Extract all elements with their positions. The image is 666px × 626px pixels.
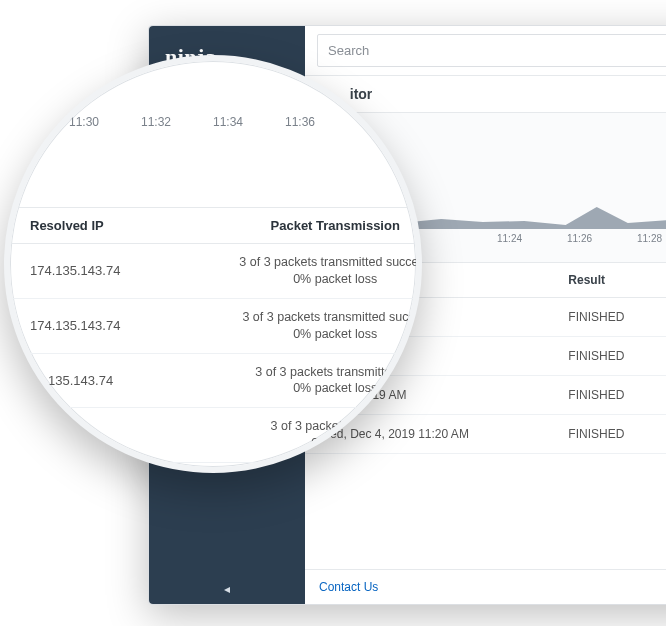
tick-label: 11:26 [567, 233, 637, 244]
search-row [305, 26, 666, 76]
sidebar-collapse-button[interactable]: ◂ [149, 582, 305, 596]
tick-label: 8 [4, 115, 48, 129]
page-title: Monitor [305, 76, 666, 113]
tick-label: 11:32 [120, 115, 192, 129]
cell-ip: 74.135.143.74 [4, 353, 188, 408]
tick-label: 11:36 [264, 115, 336, 129]
table-row[interactable]: Wed, Dec 4, 2019 11:20 AM FINISHED 174.1… [305, 415, 666, 454]
tick-label: 11:28 [637, 233, 666, 244]
table-header-row: Resolved IP Packet Transmission [4, 208, 422, 244]
footer: Contact Us [305, 569, 666, 604]
col-resolved-ip: Resolved IP [4, 208, 188, 244]
chevron-left-icon: ◂ [224, 582, 230, 596]
cell-ip: 43.74 [4, 408, 188, 463]
search-input[interactable] [317, 34, 666, 67]
table-row[interactable]: 74.135.143.74 3 of 3 packets transmitted… [4, 353, 422, 408]
col-packet-tx: Packet Transmission [188, 208, 422, 244]
magnifier-lens: 8 11:30 11:32 11:34 11:36 Resolved IP Pa… [4, 55, 422, 473]
tick-label: 11:24 [497, 233, 567, 244]
table-row[interactable]: 174.135.143.74 3 of 3 packets transmitte… [4, 244, 422, 299]
col-result: Result [554, 263, 666, 298]
contact-us-link[interactable]: Contact Us [319, 580, 378, 594]
tick-label: 11:34 [192, 115, 264, 129]
tick-label: 11:30 [48, 115, 120, 129]
cell-packet: 3 of 3 packets transmitted succes 0% pac… [188, 298, 422, 353]
table-row[interactable]: 174.135.143.74 3 of 3 packets transmitte… [4, 298, 422, 353]
cell-ip: 174.135.143.74 [4, 298, 188, 353]
cell-packet: 3 of 3 packets transmitted success 0% pa… [188, 244, 422, 299]
cell-ip: 174.135.143.74 [4, 244, 188, 299]
